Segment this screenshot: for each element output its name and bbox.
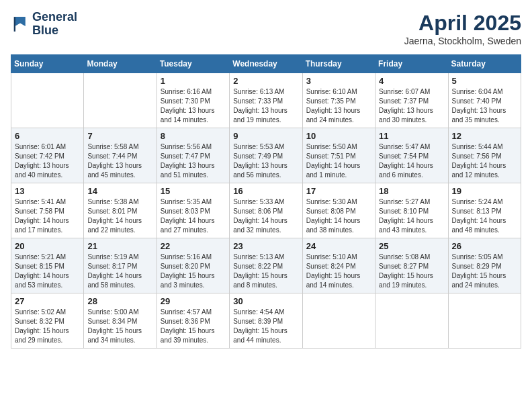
calendar-week-row: 13Sunrise: 5:41 AMSunset: 7:58 PMDayligh… <box>11 183 521 238</box>
calendar-cell: 19Sunrise: 5:24 AMSunset: 8:13 PMDayligh… <box>448 183 521 238</box>
calendar-cell: 10Sunrise: 5:50 AMSunset: 7:51 PMDayligh… <box>302 128 375 183</box>
logo-icon <box>11 15 30 34</box>
calendar-cell <box>11 73 84 128</box>
calendar-cell: 12Sunrise: 5:44 AMSunset: 7:56 PMDayligh… <box>448 128 521 183</box>
calendar-cell: 16Sunrise: 5:33 AMSunset: 8:06 PMDayligh… <box>230 183 302 238</box>
day-info: Sunrise: 6:01 AMSunset: 7:42 PMDaylight:… <box>15 142 80 180</box>
day-info: Sunrise: 6:13 AMSunset: 7:33 PMDaylight:… <box>233 87 298 125</box>
day-number: 17 <box>306 186 371 196</box>
day-number: 26 <box>452 241 517 251</box>
day-number: 20 <box>15 241 80 251</box>
day-info: Sunrise: 5:56 AMSunset: 7:47 PMDaylight:… <box>161 142 226 180</box>
day-number: 2 <box>233 76 298 86</box>
calendar-cell: 23Sunrise: 5:13 AMSunset: 8:22 PMDayligh… <box>230 238 302 293</box>
calendar-cell: 5Sunrise: 6:04 AMSunset: 7:40 PMDaylight… <box>448 73 521 128</box>
day-number: 30 <box>233 296 298 306</box>
calendar-cell: 28Sunrise: 5:00 AMSunset: 8:34 PMDayligh… <box>84 293 157 349</box>
page-header: General Blue April 2025 Jaerna, Stockhol… <box>11 11 521 46</box>
day-number: 13 <box>15 186 80 196</box>
day-info: Sunrise: 5:21 AMSunset: 8:15 PMDaylight:… <box>15 253 80 290</box>
weekday-header-monday: Monday <box>84 55 157 73</box>
day-number: 6 <box>15 131 80 141</box>
day-number: 29 <box>161 296 226 306</box>
day-info: Sunrise: 4:57 AMSunset: 8:36 PMDaylight:… <box>161 308 226 345</box>
day-info: Sunrise: 5:47 AMSunset: 7:54 PMDaylight:… <box>379 142 444 180</box>
day-number: 28 <box>87 296 152 306</box>
day-info: Sunrise: 6:04 AMSunset: 7:40 PMDaylight:… <box>452 87 517 125</box>
calendar-cell: 6Sunrise: 6:01 AMSunset: 7:42 PMDaylight… <box>11 128 84 183</box>
calendar-cell: 27Sunrise: 5:02 AMSunset: 8:32 PMDayligh… <box>11 293 84 349</box>
calendar-cell: 21Sunrise: 5:19 AMSunset: 8:17 PMDayligh… <box>84 238 157 293</box>
day-number: 8 <box>161 131 226 141</box>
day-number: 21 <box>87 241 152 251</box>
calendar-cell <box>302 293 375 349</box>
day-number: 15 <box>161 186 226 196</box>
day-info: Sunrise: 5:13 AMSunset: 8:22 PMDaylight:… <box>233 253 298 290</box>
location-subtitle: Jaerna, Stockholm, Sweden <box>404 36 521 46</box>
calendar-cell: 22Sunrise: 5:16 AMSunset: 8:20 PMDayligh… <box>157 238 229 293</box>
calendar-cell: 15Sunrise: 5:35 AMSunset: 8:03 PMDayligh… <box>157 183 229 238</box>
day-number: 27 <box>15 296 80 306</box>
day-info: Sunrise: 5:00 AMSunset: 8:34 PMDaylight:… <box>87 308 152 345</box>
day-number: 1 <box>161 76 226 86</box>
day-number: 22 <box>161 241 226 251</box>
calendar-cell: 17Sunrise: 5:30 AMSunset: 8:08 PMDayligh… <box>302 183 375 238</box>
calendar-cell: 13Sunrise: 5:41 AMSunset: 7:58 PMDayligh… <box>11 183 84 238</box>
weekday-header-wednesday: Wednesday <box>230 55 302 73</box>
day-number: 14 <box>87 186 152 196</box>
day-info: Sunrise: 5:35 AMSunset: 8:03 PMDaylight:… <box>161 197 226 235</box>
calendar-cell: 8Sunrise: 5:56 AMSunset: 7:47 PMDaylight… <box>157 128 229 183</box>
day-number: 7 <box>87 131 152 141</box>
calendar-cell: 24Sunrise: 5:10 AMSunset: 8:24 PMDayligh… <box>302 238 375 293</box>
calendar-cell: 9Sunrise: 5:53 AMSunset: 7:49 PMDaylight… <box>230 128 302 183</box>
day-info: Sunrise: 5:53 AMSunset: 7:49 PMDaylight:… <box>233 142 298 180</box>
day-number: 16 <box>233 186 298 196</box>
calendar-week-row: 1Sunrise: 6:16 AMSunset: 7:30 PMDaylight… <box>11 73 521 128</box>
day-number: 19 <box>452 186 517 196</box>
svg-rect-2 <box>14 17 15 32</box>
weekday-header-row: SundayMondayTuesdayWednesdayThursdayFrid… <box>11 55 521 73</box>
calendar-cell: 4Sunrise: 6:07 AMSunset: 7:37 PMDaylight… <box>375 73 448 128</box>
weekday-header-friday: Friday <box>375 55 448 73</box>
weekday-header-thursday: Thursday <box>302 55 375 73</box>
calendar-cell <box>448 293 521 349</box>
day-info: Sunrise: 5:33 AMSunset: 8:06 PMDaylight:… <box>233 197 298 235</box>
day-number: 3 <box>306 76 371 86</box>
calendar-cell: 29Sunrise: 4:57 AMSunset: 8:36 PMDayligh… <box>157 293 229 349</box>
calendar-table: SundayMondayTuesdayWednesdayThursdayFrid… <box>11 54 521 349</box>
calendar-week-row: 27Sunrise: 5:02 AMSunset: 8:32 PMDayligh… <box>11 293 521 349</box>
day-number: 18 <box>379 186 444 196</box>
calendar-cell: 14Sunrise: 5:38 AMSunset: 8:01 PMDayligh… <box>84 183 157 238</box>
day-info: Sunrise: 5:24 AMSunset: 8:13 PMDaylight:… <box>452 197 517 235</box>
day-number: 9 <box>233 131 298 141</box>
day-info: Sunrise: 5:44 AMSunset: 7:56 PMDaylight:… <box>452 142 517 180</box>
calendar-cell: 30Sunrise: 4:54 AMSunset: 8:39 PMDayligh… <box>230 293 302 349</box>
day-info: Sunrise: 5:27 AMSunset: 8:10 PMDaylight:… <box>379 197 444 235</box>
day-number: 11 <box>379 131 444 141</box>
calendar-cell: 2Sunrise: 6:13 AMSunset: 7:33 PMDaylight… <box>230 73 302 128</box>
day-info: Sunrise: 5:16 AMSunset: 8:20 PMDaylight:… <box>161 253 226 290</box>
day-info: Sunrise: 6:07 AMSunset: 7:37 PMDaylight:… <box>379 87 444 125</box>
day-info: Sunrise: 5:02 AMSunset: 8:32 PMDaylight:… <box>15 308 80 345</box>
day-number: 10 <box>306 131 371 141</box>
calendar-cell: 11Sunrise: 5:47 AMSunset: 7:54 PMDayligh… <box>375 128 448 183</box>
calendar-cell: 25Sunrise: 5:08 AMSunset: 8:27 PMDayligh… <box>375 238 448 293</box>
day-number: 23 <box>233 241 298 251</box>
logo: General Blue <box>11 11 77 38</box>
calendar-week-row: 20Sunrise: 5:21 AMSunset: 8:15 PMDayligh… <box>11 238 521 293</box>
calendar-cell: 3Sunrise: 6:10 AMSunset: 7:35 PMDaylight… <box>302 73 375 128</box>
day-info: Sunrise: 4:54 AMSunset: 8:39 PMDaylight:… <box>233 308 298 345</box>
calendar-cell: 18Sunrise: 5:27 AMSunset: 8:10 PMDayligh… <box>375 183 448 238</box>
day-info: Sunrise: 5:38 AMSunset: 8:01 PMDaylight:… <box>87 197 152 235</box>
day-info: Sunrise: 5:41 AMSunset: 7:58 PMDaylight:… <box>15 197 80 235</box>
day-info: Sunrise: 5:19 AMSunset: 8:17 PMDaylight:… <box>87 253 152 290</box>
day-info: Sunrise: 6:10 AMSunset: 7:35 PMDaylight:… <box>306 87 371 125</box>
calendar-cell: 1Sunrise: 6:16 AMSunset: 7:30 PMDaylight… <box>157 73 229 128</box>
calendar-week-row: 6Sunrise: 6:01 AMSunset: 7:42 PMDaylight… <box>11 128 521 183</box>
logo-text: General Blue <box>32 11 77 38</box>
day-number: 4 <box>379 76 444 86</box>
day-info: Sunrise: 5:08 AMSunset: 8:27 PMDaylight:… <box>379 253 444 290</box>
day-info: Sunrise: 5:30 AMSunset: 8:08 PMDaylight:… <box>306 197 371 235</box>
weekday-header-saturday: Saturday <box>448 55 521 73</box>
weekday-header-sunday: Sunday <box>11 55 84 73</box>
